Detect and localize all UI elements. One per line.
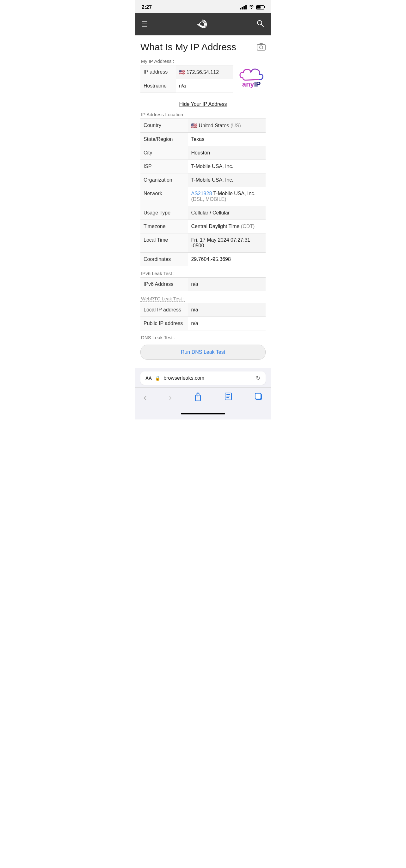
status-bar: 2:27: [135, 0, 271, 13]
table-row: Hostname n/a: [140, 79, 233, 93]
hostname-value: n/a: [176, 79, 233, 93]
camera-icon[interactable]: [257, 43, 266, 53]
battery-icon: [256, 5, 264, 9]
as-link[interactable]: AS21928: [191, 191, 212, 196]
wifi-icon: [249, 5, 254, 10]
signal-icon: [240, 5, 246, 9]
table-row: ISP T-Mobile USA, Inc.: [140, 160, 266, 174]
hide-ip-link[interactable]: Hide Your IP Address: [179, 101, 227, 107]
timezone-key: Timezone: [140, 220, 188, 234]
browser-bar: AA 🔒 browserleaks.com ↻: [135, 368, 271, 387]
ip-value: 🇺🇸172.56.54.112: [176, 65, 233, 79]
table-row: Local Time Fri, 17 May 2024 07:27:31 -05…: [140, 234, 266, 253]
table-row: Country 🇺🇸United States (US): [140, 119, 266, 133]
isp-key: ISP: [140, 160, 188, 174]
webrtc-table: Local IP address n/a Public IP address n…: [140, 303, 266, 331]
bottom-nav: ‹ ›: [135, 387, 271, 410]
city-value: Houston: [188, 146, 266, 160]
reload-icon[interactable]: ↻: [256, 375, 261, 381]
state-key: State/Region: [140, 133, 188, 146]
table-row: IP address 🇺🇸172.56.54.112: [140, 65, 233, 79]
url-text[interactable]: browserleaks.com: [164, 375, 253, 381]
svg-point-4: [260, 46, 263, 49]
org-value: T-Mobile USA, Inc.: [188, 174, 266, 187]
svg-rect-9: [255, 393, 261, 399]
table-row: Timezone Central Daylight Time (CDT): [140, 220, 266, 234]
font-size-control[interactable]: AA: [145, 376, 152, 381]
table-row: Public IP address n/a: [140, 317, 266, 331]
page-title: What Is My IP Address: [140, 42, 236, 53]
table-row: Coordinates 29.7604,-95.3698: [140, 253, 266, 266]
lock-icon: 🔒: [155, 376, 160, 381]
isp-value: T-Mobile USA, Inc.: [188, 160, 266, 174]
main-content: What Is My IP Address My IP Address : IP…: [135, 35, 271, 365]
webrtc-label: WebRTC Leak Test :: [140, 296, 185, 302]
nav-logo: [195, 18, 209, 31]
ipv6-table: IPv6 Address n/a: [140, 277, 266, 291]
state-value: Texas: [188, 133, 266, 146]
nav-bar: ☰: [135, 13, 271, 35]
public-ip-value: n/a: [188, 317, 266, 331]
home-indicator: [135, 410, 271, 420]
ipv6-value: n/a: [188, 278, 266, 291]
home-bar: [181, 413, 225, 414]
my-ip-table: IP address 🇺🇸172.56.54.112 Hostname n/a: [140, 65, 233, 93]
country-value: 🇺🇸United States (US): [188, 119, 266, 133]
public-ip-key: Public IP address: [140, 317, 188, 331]
url-bar[interactable]: AA 🔒 browserleaks.com ↻: [140, 371, 266, 385]
timezone-value: Central Daylight Time (CDT): [188, 220, 266, 234]
my-ip-label: My IP Address :: [140, 58, 266, 64]
ip-key: IP address: [140, 65, 176, 79]
network-value: AS21928 T-Mobile USA, Inc. (DSL, MOBILE): [188, 187, 266, 206]
local-ip-key: Local IP address: [140, 303, 188, 317]
svg-line-2: [261, 25, 264, 27]
anyip-text: anyIP: [242, 80, 261, 88]
coordinates-key: Coordinates: [140, 253, 188, 266]
status-icons: [240, 5, 264, 10]
menu-icon[interactable]: ☰: [142, 20, 148, 28]
ipv6-label: IPv6 Leak Test :: [140, 271, 266, 276]
table-row: Network AS21928 T-Mobile USA, Inc. (DSL,…: [140, 187, 266, 206]
bookmarks-button[interactable]: [221, 391, 236, 404]
usage-key: Usage Type: [140, 206, 188, 220]
table-row: City Houston: [140, 146, 266, 160]
table-row: IPv6 Address n/a: [140, 278, 266, 291]
network-key: Network: [140, 187, 188, 206]
hide-link-row: Hide Your IP Address: [140, 97, 266, 112]
usage-value: Cellular / Cellular: [188, 206, 266, 220]
ip-location-table: Country 🇺🇸United States (US) State/Regio…: [140, 119, 266, 266]
local-ip-value: n/a: [188, 303, 266, 317]
hostname-key: Hostname: [140, 79, 176, 93]
back-button[interactable]: ‹: [140, 391, 150, 404]
city-key: City: [140, 146, 188, 160]
localtime-key: Local Time: [140, 234, 188, 253]
dns-label: DNS Leak Test :: [140, 335, 266, 340]
table-row: Organization T-Mobile USA, Inc.: [140, 174, 266, 187]
anyip-logo: anyIP: [237, 67, 266, 88]
forward-button[interactable]: ›: [166, 391, 175, 404]
svg-rect-3: [257, 44, 265, 50]
localtime-value: Fri, 17 May 2024 07:27:31 -0500: [188, 234, 266, 253]
page-title-row: What Is My IP Address: [140, 42, 266, 53]
org-key: Organization: [140, 174, 188, 187]
table-row: Local IP address n/a: [140, 303, 266, 317]
table-row: State/Region Texas: [140, 133, 266, 146]
tabs-button[interactable]: [251, 391, 266, 404]
run-dns-test-button[interactable]: Run DNS Leak Test: [140, 345, 266, 360]
ipv6-key: IPv6 Address: [140, 278, 188, 291]
status-time: 2:27: [142, 4, 152, 10]
search-icon[interactable]: [256, 19, 264, 29]
country-key: Country: [140, 119, 188, 133]
coordinates-value: 29.7604,-95.3698: [188, 253, 266, 266]
ip-location-label: IP Address Location :: [140, 112, 266, 117]
dns-btn-row: Run DNS Leak Test: [140, 341, 266, 365]
share-button[interactable]: [191, 391, 205, 404]
table-row: Usage Type Cellular / Cellular: [140, 206, 266, 220]
